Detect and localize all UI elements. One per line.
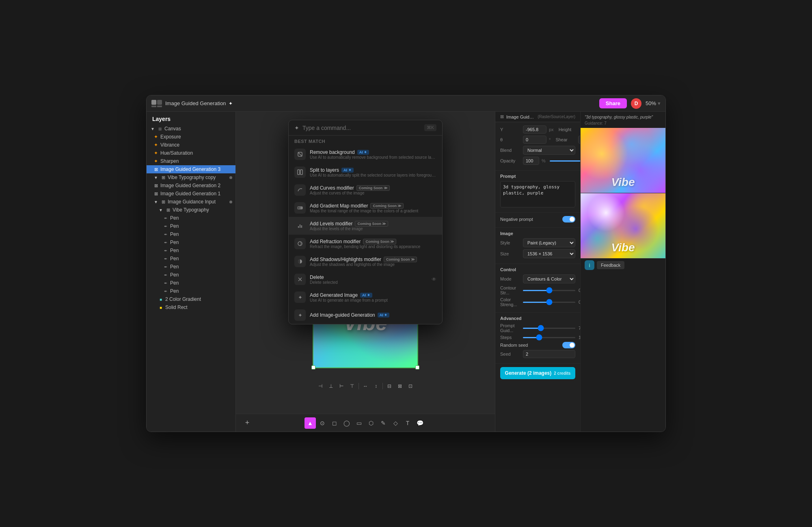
add-button[interactable]: + (242, 417, 253, 429)
command-item-levels[interactable]: Add Levels modifier Coming Soon ≫ Adjust… (289, 217, 442, 235)
command-item-curves[interactable]: Add Curves modifier Coming Soon ≫ Adjust… (289, 181, 442, 199)
rect-tool[interactable]: ▭ (353, 417, 365, 429)
command-item-remove-bg[interactable]: Remove background AI ✦ Use AI to automat… (289, 145, 442, 163)
align-center-v-btn[interactable]: ⊥ (326, 381, 336, 391)
distribute-v-btn[interactable]: ↕ (371, 381, 381, 391)
layer-item-igg2[interactable]: ⊠ Image Guided Generation 2 (147, 181, 235, 190)
contour-str-slider[interactable] (523, 290, 575, 291)
comment-tool[interactable]: 💬 (414, 417, 425, 429)
layer-item-gradient[interactable]: ■ 2 Color Gradient (147, 295, 235, 303)
layer-item-pen5[interactable]: ✒ Pen (147, 246, 235, 255)
zoom-control[interactable]: 50% ▾ (646, 100, 661, 106)
style-select[interactable]: Paint (Legacy) (523, 238, 575, 247)
marquee-tool[interactable]: ◻ (329, 417, 340, 429)
rotate-input[interactable] (523, 136, 546, 144)
layer-item-exposure[interactable]: ✦ Exposure (147, 133, 235, 141)
command-item-shadows[interactable]: Add Shadows/Highlights modifier Coming S… (289, 253, 442, 270)
command-item-add-image-guided[interactable]: ✦ Add Image-guided Generation AI ✦ (289, 306, 442, 324)
command-input[interactable] (302, 125, 421, 131)
command-item-content: Add Gradient Map modifier Coming Soon ≫ … (310, 203, 436, 213)
layer-item-pen10[interactable]: ✒ Pen (147, 287, 235, 295)
align-top-btn[interactable]: ⊤ (347, 381, 357, 391)
polygon-tool[interactable]: ⬡ (365, 417, 377, 429)
layer-item-solidrect[interactable]: ■ Solid Rect (147, 303, 235, 311)
seed-input[interactable] (523, 350, 575, 358)
command-item-desc: Use AI to automatically split the select… (310, 173, 436, 177)
command-item-content: Add Image-guided Generation AI ✦ (310, 312, 436, 318)
command-item-content: Add Refraction modifier Coming Soon ≫ Re… (310, 239, 436, 249)
command-item-desc: Adjust the shadows and highlights of the… (310, 262, 436, 267)
thumbnail-1[interactable]: Vibe (581, 128, 665, 193)
shape-tool[interactable]: ◯ (341, 417, 352, 429)
steps-slider[interactable] (523, 337, 575, 338)
app-logo[interactable] (151, 99, 163, 108)
command-item-refraction[interactable]: Add Refraction modifier Coming Soon ≫ Re… (289, 235, 442, 253)
layer-item-pen1[interactable]: ✒ Pen (147, 214, 235, 222)
opacity-slider[interactable] (550, 160, 580, 162)
eye-icon[interactable]: 👁 (432, 276, 436, 282)
pen-tool[interactable]: ✎ (378, 417, 389, 429)
align-fit-btn[interactable]: ⊡ (406, 381, 415, 391)
expand-icon: ▼ (153, 199, 159, 205)
lasso-tool[interactable]: ⊙ (317, 417, 328, 429)
command-item-gradient-map[interactable]: Add Gradient Map modifier Coming Soon ≫ … (289, 199, 442, 217)
layer-item-pen3[interactable]: ✒ Pen (147, 230, 235, 238)
layer-item-vt[interactable]: ▼ ⊞ Vibe Typography (147, 206, 235, 214)
svg-rect-6 (300, 170, 302, 175)
steps-row: Steps 15 (500, 335, 575, 340)
y-input[interactable] (523, 125, 546, 134)
generate-button[interactable]: Generate (2 images) 2 credits (500, 367, 575, 379)
color-str-slider[interactable] (523, 302, 575, 303)
command-palette[interactable]: ✦ ⌘K Best match Remove (288, 120, 443, 324)
command-item-split[interactable]: Split to layers AI ✦ Use AI to automatic… (289, 163, 442, 181)
align-right-btn[interactable]: ⊢ (337, 381, 346, 391)
select-tool[interactable]: ▲ (304, 417, 316, 429)
layer-item-igi[interactable]: ▼ ⊞ Image Guidance Input (147, 198, 235, 206)
pen-icon: ✒ (163, 256, 168, 261)
svg-rect-9 (300, 225, 300, 228)
share-button[interactable]: Share (599, 98, 627, 108)
layer-item-pen9[interactable]: ✒ Pen (147, 279, 235, 287)
align-left-btn[interactable]: ⊣ (315, 381, 325, 391)
layer-item-pen6[interactable]: ✒ Pen (147, 255, 235, 263)
align-grid-btn[interactable]: ⊟ (384, 381, 394, 391)
resize-handle-br[interactable] (415, 365, 419, 369)
levels-icon (294, 220, 306, 231)
diamond-tool[interactable]: ◇ (390, 417, 401, 429)
info-button[interactable]: i (585, 260, 594, 270)
layer-item-pen4[interactable]: ✒ Pen (147, 238, 235, 246)
expand-icon: ▼ (153, 175, 159, 180)
align-fill-btn[interactable]: ⊠ (395, 381, 405, 391)
mode-select[interactable]: Contours & Color (523, 274, 575, 283)
layer-item-sharpen[interactable]: ✦ Sharpen (147, 157, 235, 165)
command-item-add-gen[interactable]: ✦ Add Generated Image AI ✦ Use AI to gen… (289, 288, 442, 306)
canvas-content[interactable]: Vibe ✦ ⌘K Best match (236, 112, 495, 414)
random-seed-toggle[interactable] (562, 342, 575, 348)
layer-item-hue[interactable]: ✦ Hue/Saturation (147, 149, 235, 157)
avatar[interactable]: D (631, 98, 641, 109)
layer-name: Image Guidance Input (168, 199, 228, 205)
resize-handle-bl[interactable] (311, 365, 315, 369)
opacity-input[interactable] (523, 157, 539, 165)
layer-item-igg3[interactable]: ⊠ Image Guided Generation 3 (147, 165, 235, 173)
contour-str-row: Contour Str... 0.5 (500, 285, 575, 295)
layer-item-vibrance[interactable]: ✦ Vibrance (147, 141, 235, 149)
layer-name: Pen (170, 288, 232, 294)
layer-item-pen8[interactable]: ✒ Pen (147, 271, 235, 279)
neg-prompt-toggle[interactable] (562, 216, 575, 222)
text-tool[interactable]: T (402, 417, 413, 429)
size-select[interactable]: 1536 × 1536 (523, 249, 575, 258)
prompt-textarea[interactable]: 3d typography, glossy plastic, purple (500, 181, 575, 207)
prompt-label: Prompt (500, 174, 575, 179)
generate-credits: 2 credits (554, 371, 570, 376)
distribute-h-btn[interactable]: ↔ (361, 381, 370, 391)
prompt-guid-slider[interactable] (523, 328, 575, 329)
command-item-delete[interactable]: Delete Delete selected 👁 (289, 270, 442, 288)
layer-item-canvas[interactable]: ▼ ⊞ Canvas (147, 125, 235, 133)
layer-item-vtcopy[interactable]: ▼ ⊞ Vibe Typography copy (147, 173, 235, 181)
thumbnail-2[interactable]: Vibe (581, 193, 665, 258)
layer-item-pen7[interactable]: ✒ Pen (147, 263, 235, 271)
layer-item-igg1[interactable]: ⊠ Image Guided Generation 1 (147, 190, 235, 198)
blend-select[interactable]: Normal (523, 146, 575, 155)
layer-item-pen2[interactable]: ✒ Pen (147, 222, 235, 230)
